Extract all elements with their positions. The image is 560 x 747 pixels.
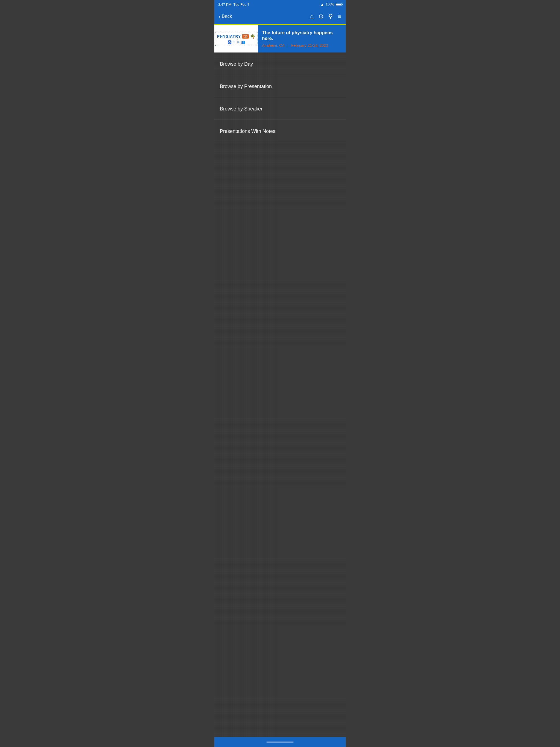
- banner-tagline: The future of physiatry happens here.: [262, 30, 342, 42]
- menu-item-browse-presentation[interactable]: Browse by Presentation: [214, 75, 346, 97]
- banner-location-row: Anaheim, CA | February 21-24, 2023: [262, 43, 342, 48]
- menu-item-browse-presentation-label: Browse by Presentation: [220, 84, 272, 89]
- logo-dashed-border: PHYSIATRY '23 🌴 ♿ ↑ ☀ 👥: [215, 32, 258, 46]
- banner-dates: February 21-24, 2023: [291, 43, 328, 48]
- back-chevron-icon: ‹: [219, 14, 221, 20]
- status-time-date: 3:47 PM Tue Feb 7: [218, 2, 249, 6]
- banner: PHYSIATRY '23 🌴 ♿ ↑ ☀ 👥 The future of ph…: [214, 25, 346, 52]
- logo-icon-1: ♿: [228, 40, 232, 44]
- nav-right-icons: ⌂ ⊙ ⚲ ≡: [310, 13, 341, 20]
- nav-bar: ‹ Back ⌂ ⊙ ⚲ ≡: [214, 9, 346, 24]
- menu-item-presentations-notes-label: Presentations With Notes: [220, 129, 275, 134]
- logo-icons-row: ♿ ↑ ☀ 👥: [228, 40, 245, 44]
- logo-year-badge: '23: [242, 34, 249, 38]
- footer-bar: [214, 737, 346, 747]
- logo-text: PHYSIATRY: [217, 34, 241, 38]
- content-area: Browse by Day Browse by Presentation Bro…: [214, 52, 346, 737]
- palm-tree-icon: 🌴: [250, 34, 255, 39]
- banner-location: Anaheim, CA: [262, 43, 284, 48]
- banner-info: The future of physiatry happens here. An…: [258, 25, 346, 52]
- menu-item-browse-speaker-label: Browse by Speaker: [220, 106, 262, 112]
- status-bar: 3:47 PM Tue Feb 7 ▲ 100%: [214, 0, 346, 9]
- logo-inner: PHYSIATRY '23 🌴 ♿ ↑ ☀ 👥: [217, 34, 255, 44]
- menu-item-browse-day[interactable]: Browse by Day: [214, 52, 346, 75]
- camera-icon[interactable]: ⊙: [319, 13, 324, 20]
- status-indicators: ▲ 100%: [320, 2, 342, 6]
- battery-percent: 100%: [326, 2, 334, 6]
- logo-icon-4: 👥: [241, 40, 245, 44]
- banner-separator: |: [287, 43, 288, 48]
- menu-item-browse-speaker[interactable]: Browse by Speaker: [214, 97, 346, 120]
- wifi-icon: ▲: [320, 2, 324, 6]
- menu-item-browse-day-label: Browse by Day: [220, 61, 253, 67]
- battery-icon: [336, 3, 342, 6]
- logo-icon-2: ↑: [233, 40, 235, 44]
- logo-icon-3: ☀: [236, 40, 239, 44]
- home-icon[interactable]: ⌂: [310, 13, 314, 20]
- search-icon[interactable]: ⚲: [328, 13, 333, 20]
- back-label: Back: [222, 14, 232, 19]
- back-button[interactable]: ‹ Back: [219, 14, 232, 20]
- banner-logo: PHYSIATRY '23 🌴 ♿ ↑ ☀ 👥: [214, 25, 258, 52]
- home-indicator: [266, 742, 294, 743]
- menu-icon[interactable]: ≡: [338, 13, 341, 20]
- logo-physiatry-row: PHYSIATRY '23 🌴: [217, 34, 255, 39]
- menu-item-presentations-notes[interactable]: Presentations With Notes: [214, 120, 346, 142]
